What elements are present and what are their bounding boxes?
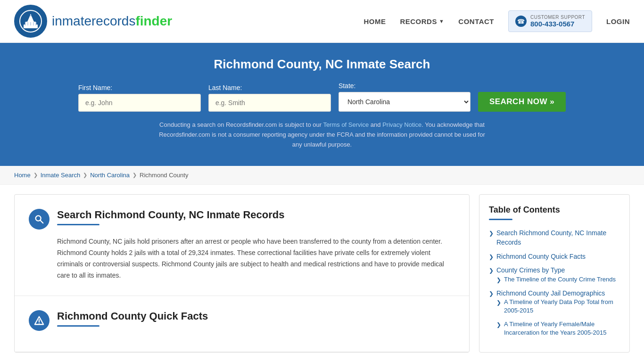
quick-facts-block: Richmond County Quick Facts — [15, 296, 469, 352]
toc-link-crimes[interactable]: ❯ County Crimes by Type — [489, 266, 620, 275]
breadcrumb-sep-3: ❯ — [132, 172, 137, 178]
toc-divider — [489, 219, 512, 220]
toc-arrow-icon: ❯ — [496, 299, 501, 307]
toc-label-quickfacts: Richmond County Quick Facts — [496, 252, 586, 262]
svg-point-14 — [39, 322, 40, 323]
search-form: First Name: Last Name: State: North Caro… — [9, 82, 635, 112]
toc-link-crime-trends[interactable]: ❯ The Timeline of the County Crime Trend… — [496, 275, 620, 284]
site-header: inmaterecordsfinder HOME RECORDS ▼ CONTA… — [0, 0, 644, 43]
last-name-group: Last Name: — [208, 84, 331, 112]
main-content: Search Richmond County, NC Inmate Record… — [0, 185, 644, 362]
list-item: ❯ Richmond County Quick Facts — [489, 252, 620, 262]
list-item: ❯ County Crimes by Type ❯ The Timeline o… — [489, 266, 620, 284]
search-section-icon — [29, 209, 50, 230]
breadcrumb: Home ❯ Inmate Search ❯ North Carolina ❯ … — [0, 166, 644, 185]
main-nav: HOME RECORDS ▼ CONTACT ☎ CUSTOMER SUPPOR… — [363, 10, 630, 32]
quick-facts-icon — [29, 310, 50, 331]
svg-rect-9 — [35, 22, 36, 25]
login-button[interactable]: LOGIN — [606, 17, 630, 25]
breadcrumb-home[interactable]: Home — [14, 172, 31, 179]
nav-contact[interactable]: CONTACT — [458, 17, 494, 25]
svg-rect-6 — [27, 22, 28, 25]
logo-area: inmaterecordsfinder — [14, 5, 172, 38]
toc-label-crime-trends: The Timeline of the County Crime Trends — [504, 275, 616, 284]
toc-label-search: Search Richmond County, NC Inmate Record… — [496, 229, 620, 247]
toc-sub-list: ❯ A Timeline of Yearly Data Pop Total fr… — [489, 298, 620, 337]
hero-section: Richmond County, NC Inmate Search First … — [0, 43, 644, 166]
support-label: CUSTOMER SUPPORT — [530, 15, 585, 20]
svg-rect-7 — [30, 22, 31, 25]
breadcrumb-current: Richmond County — [140, 172, 188, 179]
svg-line-11 — [40, 221, 43, 223]
breadcrumb-sep-2: ❯ — [83, 172, 87, 178]
first-name-group: First Name: — [78, 84, 201, 112]
tos-link[interactable]: Terms of Service — [323, 121, 369, 128]
toc-arrow-icon: ❯ — [496, 276, 501, 284]
quick-facts-title: Richmond County Quick Facts — [57, 310, 455, 322]
last-name-label: Last Name: — [208, 84, 242, 91]
toc-link-demographics[interactable]: ❯ Richmond County Jail Demographics — [489, 289, 620, 298]
toc-link-search[interactable]: ❯ Search Richmond County, NC Inmate Reco… — [489, 229, 620, 247]
nav-home[interactable]: HOME — [363, 17, 386, 25]
logo-text: inmaterecordsfinder — [52, 14, 172, 29]
support-number: 800-433-0567 — [530, 20, 585, 28]
nav-records[interactable]: RECORDS ▼ — [400, 17, 444, 25]
toc-label-yearly-data: A Timeline of Yearly Data Pop Total from… — [504, 298, 620, 315]
toc-label-female-male: A Timeline of Yearly Female/Male Incarce… — [504, 320, 620, 337]
hero-disclaimer: Conducting a search on Recordsfinder.com… — [157, 120, 487, 149]
toc-arrow-icon: ❯ — [489, 230, 494, 238]
search-section-title: Search Richmond County, NC Inmate Record… — [57, 209, 455, 221]
toc-arrow-icon: ❯ — [489, 253, 494, 261]
search-content-block: Search Richmond County, NC Inmate Record… — [15, 195, 469, 296]
state-group: State: North Carolina — [339, 82, 471, 112]
toc-sub-list: ❯ The Timeline of the County Crime Trend… — [489, 275, 620, 284]
search-title-underline — [57, 224, 99, 225]
toc-arrow-icon: ❯ — [489, 290, 494, 298]
quick-facts-title-underline — [57, 325, 99, 327]
svg-rect-5 — [25, 22, 26, 25]
toc-link-yearly-data[interactable]: ❯ A Timeline of Yearly Data Pop Total fr… — [496, 298, 620, 315]
toc-link-quickfacts[interactable]: ❯ Richmond County Quick Facts — [489, 252, 620, 262]
toc-arrow-icon: ❯ — [496, 321, 501, 329]
phone-icon: ☎ — [515, 16, 527, 27]
first-name-label: First Name: — [78, 84, 112, 91]
quick-facts-header: Richmond County Quick Facts — [29, 310, 455, 331]
content-section: Search Richmond County, NC Inmate Record… — [14, 194, 470, 353]
list-item: ❯ A Timeline of Yearly Data Pop Total fr… — [496, 298, 620, 315]
last-name-input[interactable] — [208, 94, 331, 112]
search-button[interactable]: SEARCH NOW » — [478, 92, 566, 112]
customer-support-button[interactable]: ☎ CUSTOMER SUPPORT 800-433-0567 — [508, 10, 592, 32]
first-name-input[interactable] — [78, 94, 201, 112]
toc-list: ❯ Search Richmond County, NC Inmate Reco… — [489, 229, 620, 337]
breadcrumb-inmate-search[interactable]: Inmate Search — [41, 172, 81, 179]
toc-sidebar: Table of Contents ❯ Search Richmond Coun… — [479, 194, 630, 353]
toc-label-demographics: Richmond County Jail Demographics — [496, 289, 605, 298]
toc-arrow-icon: ❯ — [489, 267, 494, 275]
svg-rect-4 — [30, 14, 31, 16]
state-select[interactable]: North Carolina — [339, 92, 471, 112]
svg-rect-8 — [33, 22, 34, 25]
breadcrumb-sep-1: ❯ — [33, 172, 38, 178]
toc-title: Table of Contents — [489, 205, 620, 215]
privacy-link[interactable]: Privacy Notice — [382, 121, 421, 128]
logo-icon — [14, 5, 47, 38]
list-item: ❯ Search Richmond County, NC Inmate Reco… — [489, 229, 620, 247]
hero-title: Richmond County, NC Inmate Search — [9, 57, 635, 72]
search-section-header: Search Richmond County, NC Inmate Record… — [29, 209, 455, 230]
toc-label-crimes: County Crimes by Type — [496, 266, 565, 275]
search-section-body: Richmond County, NC jails hold prisoners… — [29, 236, 455, 281]
list-item: ❯ Richmond County Jail Demographics ❯ A … — [489, 289, 620, 337]
breadcrumb-state[interactable]: North Carolina — [90, 172, 130, 179]
list-item: ❯ A Timeline of Yearly Female/Male Incar… — [496, 320, 620, 337]
list-item: ❯ The Timeline of the County Crime Trend… — [496, 275, 620, 284]
toc-link-female-male[interactable]: ❯ A Timeline of Yearly Female/Male Incar… — [496, 320, 620, 337]
records-dropdown-icon: ▼ — [439, 18, 444, 24]
state-label: State: — [339, 82, 356, 90]
